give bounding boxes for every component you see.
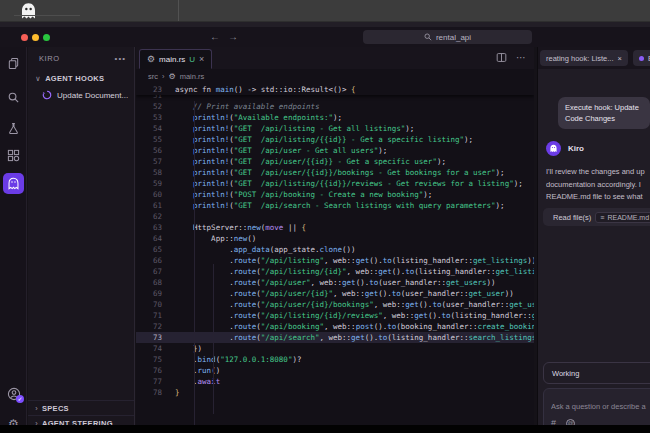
- kiro-chat-panel: reating hook: Liste... × E Execute hook:…: [537, 47, 650, 425]
- close-window-button[interactable]: [21, 34, 28, 41]
- code-line-70[interactable]: 70 .route("/api/user/{id}/bookings", web…: [136, 299, 534, 310]
- tab-close-icon[interactable]: ×: [199, 54, 204, 64]
- code-line-62[interactable]: 62: [136, 211, 534, 222]
- sidebar-section-agent-hooks[interactable]: ∨ AGENT HOOKS: [28, 71, 134, 86]
- file-chip-label: README.md: [607, 214, 649, 221]
- code-line-77[interactable]: 77 .await: [136, 376, 534, 387]
- sidebar-title: KIRO: [39, 54, 115, 63]
- code-line-78[interactable]: 78}: [136, 387, 534, 398]
- code-line-57[interactable]: 57 println!("GET /api/user/{{id}} - Get …: [136, 156, 534, 167]
- editor-group: ⚙ main.rs U × ⋯ src › ⚙ main.rs 5152 //: [136, 47, 534, 425]
- code-line-75[interactable]: 75 .bind("127.0.0.1:8080")?: [136, 354, 534, 365]
- code-line-55[interactable]: 55 println!("GET /api/listing/{{id}} - G…: [136, 134, 534, 145]
- kiro-ide-window: ← → rental_api ✓ ⚙: [0, 0, 650, 433]
- user-message-bubble: Execute hook: Update Code Changes: [558, 97, 650, 129]
- working-status-label: Working: [552, 369, 579, 378]
- kiro-ghost-logo-icon: [19, 2, 38, 24]
- code-line-66[interactable]: 66 .route("/api/listing", web::get().to(…: [136, 255, 534, 266]
- code-line-53[interactable]: 53 println!("Available endpoints:");: [136, 112, 534, 123]
- bottom-crop-bar: [0, 425, 650, 433]
- assistant-message-line: I'll review the changes and up: [546, 166, 650, 179]
- panel-tab-creating-hook[interactable]: reating hook: Liste... ×: [540, 50, 628, 66]
- zoom-window-button[interactable]: [43, 34, 50, 41]
- tab-label: main.rs: [159, 55, 185, 64]
- file-lines-icon: ≡: [600, 214, 604, 221]
- read-files-action[interactable]: Read file(s) ≡ README.md: [543, 208, 650, 226]
- code-line-73[interactable]: 73 .route("/api/search", web::get().to(l…: [136, 332, 534, 343]
- breadcrumb-separator-icon: ›: [162, 72, 165, 81]
- editor-tabstrip: ⚙ main.rs U × ⋯: [136, 47, 534, 69]
- code-line-63[interactable]: 63 HttpServer::new(move || {: [136, 222, 534, 233]
- code-line-74[interactable]: 74 }): [136, 343, 534, 354]
- activity-bar: ✓ ⚙: [0, 47, 27, 425]
- breadcrumb-folder[interactable]: src: [148, 72, 158, 81]
- breadcrumb: src › ⚙ main.rs: [136, 69, 534, 84]
- chevron-down-icon: ∨: [35, 74, 41, 82]
- titlebar: ← → rental_api: [0, 27, 650, 47]
- code-line-60[interactable]: 60 println!("POST /api/booking - Create …: [136, 189, 534, 200]
- code-line-72[interactable]: 72 .route("/api/booking", web::post().to…: [136, 321, 534, 332]
- chrome-divider: [178, 0, 179, 21]
- panel-tab-close-icon[interactable]: ×: [618, 54, 622, 63]
- sidebar-header: KIRO •••: [28, 47, 134, 69]
- code-line-59[interactable]: 59 println!("GET /api/listing/{{id}}/rev…: [136, 178, 534, 189]
- editor-more-icon[interactable]: ⋯: [516, 52, 526, 63]
- code-line-61[interactable]: 61 println!("GET /api/search - Search li…: [136, 200, 534, 211]
- kiro-sidebar: KIRO ••• ∨ AGENT HOOKS Update Document..…: [28, 47, 135, 425]
- unsaved-dot-icon: [639, 56, 644, 61]
- code-line-52[interactable]: 52 // Print available endpoints: [136, 101, 534, 112]
- chat-input-container: # @: [543, 388, 650, 425]
- code-line-68[interactable]: 68 .route("/api/user", web::get().to(use…: [136, 277, 534, 288]
- code-line-56[interactable]: 56 println!("GET /api/user - Get all use…: [136, 145, 534, 156]
- history-forward-button[interactable]: →: [228, 30, 238, 44]
- search-icon: [424, 33, 432, 41]
- assistant-name: Kiro: [568, 144, 584, 153]
- code-lines[interactable]: 5152 // Print available endpoints53 prin…: [136, 90, 534, 398]
- flask-icon[interactable]: [6, 121, 21, 136]
- tab-main-rs[interactable]: ⚙ main.rs U ×: [139, 49, 212, 69]
- panel-tabstrip: reating hook: Liste... × E: [538, 47, 650, 69]
- extensions-icon[interactable]: [6, 148, 21, 163]
- assistant-message-line: documentation accordingly. I: [546, 179, 650, 192]
- top-chrome: [0, 0, 650, 22]
- code-line-23[interactable]: 23async fn main() -> std::io::Result<()>…: [136, 84, 534, 95]
- search-text: rental_api: [436, 33, 471, 42]
- kiro-avatar: [546, 141, 561, 156]
- hook-item-update-document[interactable]: Update Document...: [28, 87, 134, 103]
- working-status: Working: [543, 362, 650, 384]
- chat-input[interactable]: [551, 402, 650, 411]
- account-check-badge: ✓: [16, 395, 24, 403]
- code-line-65[interactable]: 65 .app_data(app_state.clone()): [136, 244, 534, 255]
- command-center-search[interactable]: rental_api: [363, 30, 532, 44]
- sidebar-more-icon[interactable]: •••: [115, 54, 126, 63]
- breadcrumb-file[interactable]: main.rs: [180, 72, 205, 81]
- code-line-67[interactable]: 67 .route("/api/listing/{id}", web::get(…: [136, 266, 534, 277]
- readme-file-chip[interactable]: ≡ README.md: [595, 212, 650, 223]
- rust-file-icon: ⚙: [147, 55, 155, 64]
- sidebar-section-specs[interactable]: › SPECS: [28, 400, 134, 415]
- search-sidebar-icon[interactable]: [6, 90, 21, 105]
- code-line-64[interactable]: 64 App::new(): [136, 233, 534, 244]
- kiro-agent-icon[interactable]: [3, 173, 24, 194]
- sticky-scroll-line[interactable]: 23async fn main() -> std::io::Result<()>…: [136, 84, 534, 95]
- panel-tab-execute[interactable]: E: [633, 50, 650, 66]
- hook-item-label: Update Document...: [57, 91, 128, 100]
- tool-label: Read file(s): [553, 213, 591, 222]
- assistant-header: Kiro: [546, 141, 584, 156]
- code-line-71[interactable]: 71 .route("/api/listing/{id}/reviews", w…: [136, 310, 534, 321]
- code-line-76[interactable]: 76 .run(): [136, 365, 534, 376]
- context-hash-icon[interactable]: #: [551, 418, 556, 425]
- code-editor[interactable]: 5152 // Print available endpoints53 prin…: [136, 84, 534, 425]
- code-line-54[interactable]: 54 println!("GET /api/listing - Get all …: [136, 123, 534, 134]
- assistant-message-line: README.md file to see what: [546, 191, 650, 204]
- account-icon[interactable]: ✓: [6, 386, 21, 401]
- chrome-underline: [14, 15, 80, 16]
- code-line-69[interactable]: 69 .route("/api/user/{id}", web::get().t…: [136, 288, 534, 299]
- explorer-icon[interactable]: [6, 56, 21, 71]
- split-editor-icon[interactable]: [496, 52, 507, 63]
- panel-tab-label: reating hook: Liste...: [546, 54, 614, 63]
- history-back-button[interactable]: ←: [210, 30, 220, 44]
- code-line-58[interactable]: 58 println!("GET /api/user/{{id}}/bookin…: [136, 167, 534, 178]
- minimize-window-button[interactable]: [32, 34, 39, 41]
- chevron-right-icon: ›: [35, 404, 38, 412]
